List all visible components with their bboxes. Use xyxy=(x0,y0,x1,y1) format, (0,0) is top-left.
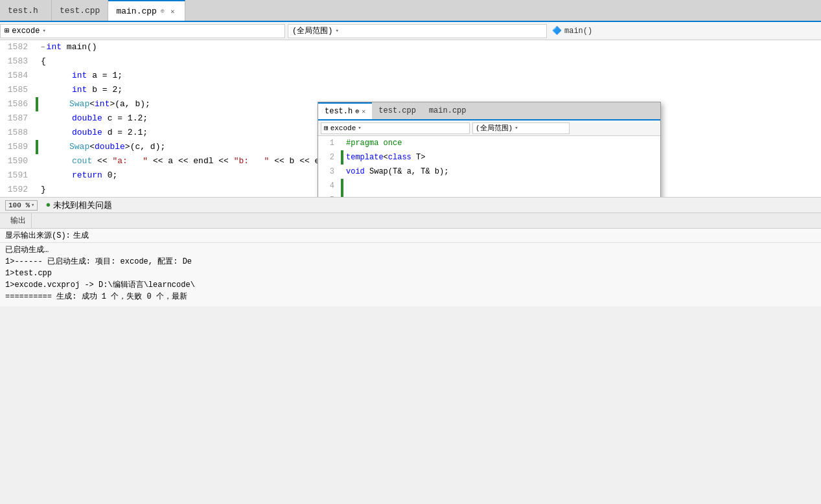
code-line-1582: 1582 −int main() xyxy=(0,40,821,54)
line-num-1592: 1592 xyxy=(0,183,36,197)
func-label: main() xyxy=(564,27,592,36)
tab-maincpp[interactable]: main.cpp ⊕ ✕ xyxy=(108,0,185,21)
float-linenum-3: 3 xyxy=(318,165,341,179)
tab-maincpp-label: main.cpp xyxy=(116,6,156,16)
close-icon[interactable]: ✕ xyxy=(168,6,177,16)
code-line-1583: 1583 { xyxy=(0,54,821,69)
float-bar-2 xyxy=(341,150,343,165)
output-line-1: 已启动生成… xyxy=(5,244,816,256)
line-num-1584: 1584 xyxy=(0,69,36,83)
output-source-row: 显示输出来源(S): 生成 xyxy=(0,229,821,243)
function-display: 🔷 main() xyxy=(552,26,592,36)
float-linenum-1: 1 xyxy=(318,136,341,150)
line-num-1582: 1582 xyxy=(0,40,36,54)
line-content-1583: { xyxy=(38,54,821,69)
status-check-icon: ● xyxy=(45,200,51,210)
zoom-dropdown-arrow: ▾ xyxy=(31,201,34,209)
line-num-1589: 1589 xyxy=(0,140,36,154)
float-scope2-selector[interactable]: (全局范围) ▾ xyxy=(472,122,570,134)
float-line-1: 1 #pragma once xyxy=(318,136,660,150)
main-content-area: 1582 −int main() 1583 { 1584 int a = 1; … xyxy=(0,40,821,197)
output-line-3: 1>test.cpp xyxy=(5,268,816,279)
float-line-4: 4 xyxy=(318,179,660,193)
float-content-3: void Swap(T& a, T& b); xyxy=(346,165,448,179)
float-linenum-4: 4 xyxy=(318,179,341,193)
float-content-1: #pragma once xyxy=(346,136,402,150)
func-icon: 🔷 xyxy=(552,26,562,36)
float-testh-toolbar: ⊞ excode ▾ (全局范围) ▾ xyxy=(318,120,660,136)
status-text: 未找到相关问题 xyxy=(53,200,112,211)
float-tab-testh[interactable]: test.h ⊕ ✕ xyxy=(318,102,372,119)
status-indicator: ● 未找到相关问题 xyxy=(45,200,112,211)
float-line-3: 3 void Swap(T& a, T& b); xyxy=(318,165,660,179)
float-scope2-label: (全局范围) xyxy=(476,123,513,133)
float-bar-5 xyxy=(341,193,343,197)
code-line-1585: 1585 int b = 2; xyxy=(0,83,821,97)
float-tab-testcpp2[interactable]: test.cpp xyxy=(372,102,422,119)
tab-testh-label: test.h xyxy=(8,6,38,16)
line-num-1590: 1590 xyxy=(0,154,36,168)
output-tab[interactable]: 输出 xyxy=(5,213,32,228)
float-line-5: 5 xyxy=(318,193,660,197)
scope2-dropdown-arrow: ▾ xyxy=(335,27,338,34)
output-line-2: 1>------ 已启动生成: 项目: excode, 配置: De xyxy=(5,256,816,268)
float-line-2: 2 template<class T> xyxy=(318,150,660,165)
bottom-status-row: 100 % ▾ ● 未找到相关问题 xyxy=(0,197,821,212)
output-source-value: 生成 xyxy=(73,230,89,241)
line-num-1585: 1585 xyxy=(0,83,36,97)
output-tab-bar: 输出 xyxy=(0,213,821,229)
main-tab-bar: test.h test.cpp main.cpp ⊕ ✕ xyxy=(0,0,821,22)
scope2-label: (全局范围) xyxy=(292,25,332,36)
scope-label: excode xyxy=(12,27,40,36)
output-source-label: 显示输出来源(S): xyxy=(5,230,71,241)
line-num-1588: 1588 xyxy=(0,126,36,140)
float-scope2-arrow: ▾ xyxy=(515,124,518,132)
pin-icon: ⊕ xyxy=(161,7,165,15)
float-scope-label: excode xyxy=(330,124,356,132)
output-line-4: 1>excode.vcxproj -> D:\编辑语言\learncode\ xyxy=(5,279,816,291)
tab-testh[interactable]: test.h xyxy=(0,0,52,21)
float-testh-close-icon[interactable]: ✕ xyxy=(362,108,365,115)
scope2-selector[interactable]: (全局范围) ▾ xyxy=(288,24,547,38)
zoom-control[interactable]: 100 % ▾ xyxy=(5,200,38,211)
scope-selector[interactable]: ⊞ excode ▾ xyxy=(0,24,285,38)
output-content: 已启动生成… 1>------ 已启动生成: 项目: excode, 配置: D… xyxy=(0,243,821,306)
float-bar-4 xyxy=(341,179,343,193)
float-testh-pin-icon: ⊕ xyxy=(355,108,359,115)
scope-dropdown-arrow: ▾ xyxy=(42,27,45,34)
float-testh-tabbar: test.h ⊕ ✕ test.cpp main.cpp xyxy=(318,102,660,120)
floating-panel-testh: test.h ⊕ ✕ test.cpp main.cpp ⊞ excode ▾ … xyxy=(318,102,661,197)
float-scope-icon: ⊞ xyxy=(324,124,329,132)
line-num-1583: 1583 xyxy=(0,54,36,69)
tab-testcpp[interactable]: test.cpp xyxy=(52,0,108,21)
output-tab-label: 输出 xyxy=(10,215,26,226)
float-testh-code: 1 #pragma once 2 template<class T> 3 voi… xyxy=(318,136,660,197)
line-num-1586: 1586 xyxy=(0,97,36,111)
float-tab-maincpp2-label: main.cpp xyxy=(429,106,467,115)
line-content-1582: −int main() xyxy=(38,40,821,54)
float-scope-selector[interactable]: ⊞ excode ▾ xyxy=(321,122,470,134)
output-line-5: ========== 生成: 成功 1 个，失败 0 个，最新 xyxy=(5,291,816,303)
output-panel: 输出 显示输出来源(S): 生成 已启动生成… 1>------ 已启动生成: … xyxy=(0,212,821,306)
float-linenum-5: 5 xyxy=(318,193,341,197)
line-num-1587: 1587 xyxy=(0,111,36,126)
main-toolbar: ⊞ excode ▾ (全局范围) ▾ 🔷 main() xyxy=(0,22,821,40)
float-tab-testcpp2-label: test.cpp xyxy=(378,106,416,115)
float-content-2: template<class T> xyxy=(346,150,425,165)
tab-testcpp-label: test.cpp xyxy=(60,6,100,16)
float-linenum-2: 2 xyxy=(318,150,341,165)
line-content-1585: int b = 2; xyxy=(38,83,821,97)
float-scope-arrow: ▾ xyxy=(358,124,361,132)
line-content-1584: int a = 1; xyxy=(38,69,821,83)
zoom-value: 100 % xyxy=(8,201,30,209)
scope-icon: ⊞ xyxy=(5,26,9,36)
line-num-1591: 1591 xyxy=(0,168,36,183)
float-tab-testh-label: test.h xyxy=(325,107,353,116)
code-line-1584: 1584 int a = 1; xyxy=(0,69,821,83)
float-tab-maincpp2[interactable]: main.cpp xyxy=(422,102,473,119)
